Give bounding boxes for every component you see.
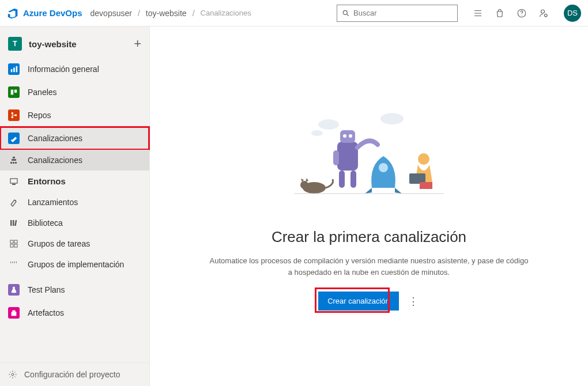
breadcrumb-item[interactable]: devopsuser xyxy=(91,9,132,18)
environments-icon xyxy=(8,177,20,186)
repos-icon xyxy=(8,109,20,121)
svg-point-13 xyxy=(15,114,17,116)
empty-state-title: Crear la primera canalización xyxy=(272,228,466,246)
svg-point-22 xyxy=(15,200,16,201)
svg-point-39 xyxy=(349,134,352,138)
svg-point-43 xyxy=(379,163,388,172)
svg-point-34 xyxy=(311,130,323,136)
add-button[interactable]: + xyxy=(134,36,141,51)
svg-line-1 xyxy=(347,14,349,16)
sidebar-item-label: Información general xyxy=(28,65,99,74)
svg-rect-29 xyxy=(14,244,17,247)
svg-rect-15 xyxy=(10,162,12,164)
brand-text: Azure DevOps xyxy=(23,8,82,18)
sidebar-item-label: Repos xyxy=(28,111,51,120)
svg-rect-36 xyxy=(337,142,358,171)
svg-point-33 xyxy=(318,119,339,130)
sidebar-item-label: Canalizaciones xyxy=(28,156,82,165)
sidebar-item-artifacts[interactable]: Artefactos xyxy=(0,301,149,324)
project-chip: T xyxy=(8,37,22,51)
releases-icon xyxy=(8,198,20,207)
sidebar-sub-pipelines[interactable]: Canalizaciones xyxy=(0,150,149,171)
create-pipeline-button[interactable]: Crear canalización xyxy=(318,292,399,311)
sidebar-item-pipelines[interactable]: Canalizaciones xyxy=(0,127,149,150)
more-options-button[interactable]: ⋮ xyxy=(408,295,420,308)
svg-point-11 xyxy=(12,112,14,115)
svg-rect-21 xyxy=(12,184,16,185)
project-selector[interactable]: T toy-website + xyxy=(0,30,149,58)
list-icon[interactable] xyxy=(473,8,483,18)
sidebar-footer-label: Configuración del proyecto xyxy=(24,370,120,379)
top-bar: Azure DevOps devopsuser / toy-website / … xyxy=(0,0,588,27)
svg-rect-30 xyxy=(12,312,17,316)
project-settings-link[interactable]: Configuración del proyecto xyxy=(0,362,149,386)
cta-row: Crear canalización ⋮ xyxy=(318,292,420,311)
overview-icon xyxy=(8,63,20,75)
breadcrumb: devopsuser / toy-website / Canalizacione… xyxy=(91,9,251,18)
sidebar-item-label: Lanzamientos xyxy=(28,198,78,207)
breadcrumb-sep: / xyxy=(193,9,195,18)
svg-rect-28 xyxy=(10,244,13,247)
project-name: toy-website xyxy=(29,39,77,49)
artifacts-icon xyxy=(8,307,20,319)
user-settings-icon[interactable] xyxy=(538,8,549,18)
main-content: Crear la primera canalización Automatice… xyxy=(150,27,588,386)
library-icon xyxy=(8,218,20,228)
svg-rect-17 xyxy=(15,162,17,164)
svg-rect-27 xyxy=(14,240,17,243)
svg-point-48 xyxy=(300,181,308,189)
sidebar-item-label: Biblioteca xyxy=(28,218,63,228)
shop-icon[interactable] xyxy=(495,8,505,18)
azure-devops-icon xyxy=(7,7,20,20)
sidebar-sub-library[interactable]: Biblioteca xyxy=(0,213,149,233)
svg-rect-10 xyxy=(14,90,17,93)
svg-rect-31 xyxy=(12,311,15,312)
sidebar-sub-releases[interactable]: Lanzamientos xyxy=(0,192,149,213)
empty-state-description: Automatice los procesos de compilación y… xyxy=(208,255,530,278)
top-icon-group: DS xyxy=(473,5,581,22)
sidebar-item-testplans[interactable]: Test Plans xyxy=(0,278,149,301)
svg-rect-40 xyxy=(333,150,339,165)
sidebar-sub-deploygroups[interactable]: '''' Grupos de implementación xyxy=(0,254,149,275)
svg-rect-26 xyxy=(10,240,13,243)
sidebar-item-label: Test Plans xyxy=(28,285,65,294)
svg-rect-7 xyxy=(13,67,15,72)
svg-point-5 xyxy=(545,14,548,17)
sidebar-item-label: Canalizaciones xyxy=(28,134,82,143)
svg-rect-37 xyxy=(340,130,355,143)
tests-icon xyxy=(8,284,20,296)
sidebar: T toy-website + Información general Pane… xyxy=(0,27,150,386)
empty-state-illustration xyxy=(277,101,461,217)
pipelines-sub-icon xyxy=(8,156,20,165)
svg-rect-42 xyxy=(350,171,356,188)
svg-point-44 xyxy=(418,153,429,165)
brand-logo[interactable]: Azure DevOps xyxy=(7,7,82,20)
search-icon xyxy=(342,9,350,17)
svg-rect-23 xyxy=(10,220,12,226)
deploygroups-icon: '''' xyxy=(8,260,20,268)
sidebar-item-boards[interactable]: Paneles xyxy=(0,81,149,104)
sidebar-sub-environments[interactable]: Entornos xyxy=(0,171,149,192)
taskgroups-icon xyxy=(8,239,20,248)
svg-rect-19 xyxy=(13,157,15,158)
sidebar-item-label: Paneles xyxy=(28,88,57,97)
sidebar-item-overview[interactable]: Información general xyxy=(0,58,149,81)
sidebar-item-repos[interactable]: Repos xyxy=(0,104,149,127)
boards-icon xyxy=(8,86,20,98)
breadcrumb-item[interactable]: toy-website xyxy=(146,9,187,18)
svg-rect-8 xyxy=(16,66,18,73)
svg-point-35 xyxy=(380,113,404,124)
help-icon[interactable] xyxy=(517,8,527,18)
sidebar-item-label: Grupos de tareas xyxy=(28,239,90,248)
svg-point-3 xyxy=(521,15,522,16)
svg-point-4 xyxy=(541,10,545,13)
search-box[interactable] xyxy=(337,5,458,22)
svg-rect-18 xyxy=(12,159,16,161)
svg-point-38 xyxy=(343,134,346,138)
sidebar-sub-taskgroups[interactable]: Grupos de tareas xyxy=(0,233,149,254)
svg-point-0 xyxy=(343,10,347,14)
avatar[interactable]: DS xyxy=(564,5,581,22)
sidebar-item-label: Artefactos xyxy=(28,308,64,317)
breadcrumb-item[interactable]: Canalizaciones xyxy=(201,9,251,17)
search-input[interactable] xyxy=(353,9,453,17)
